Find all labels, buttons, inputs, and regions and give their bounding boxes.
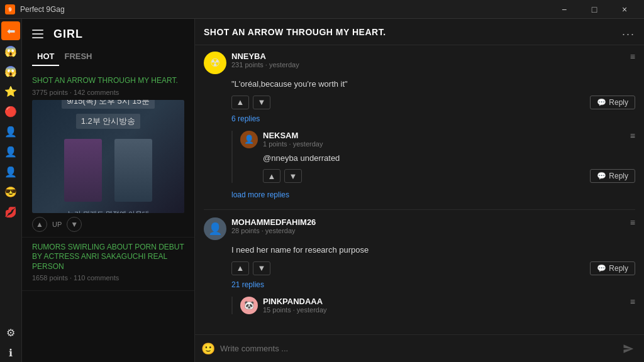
feed-item[interactable]: SHOT AN ARROW THROUGH MY HEART. 3775 poi… [22, 71, 194, 238]
avatar: ☢ [204, 52, 226, 74]
comment2-body: I need her name for research purpose [204, 244, 635, 256]
feed-tabs: HOT FRESH [22, 47, 194, 66]
load-more-replies[interactable]: load more replies [204, 190, 635, 199]
reply-icon: 💬 [597, 172, 606, 180]
sidebar-item-emoji3[interactable]: 😎 [1, 182, 20, 201]
upvote-button[interactable]: ▲ [231, 96, 249, 109]
downvote-button[interactable]: ▼ [253, 96, 270, 109]
more-options-button[interactable]: ... [622, 25, 635, 38]
reply-button[interactable]: 💬 Reply [590, 96, 635, 109]
maximize-button[interactable]: □ [580, 0, 609, 19]
comment-points: 231 points [231, 61, 264, 69]
sidebar-item-circle[interactable]: 🔴 [1, 102, 20, 121]
hamburger-line [32, 30, 43, 31]
comment2-info: MOHAMMEDFAHIM26 28 points · yesterday [231, 217, 625, 234]
feed-item2-meta: 1658 points · 110 comments [32, 274, 184, 282]
feed-item-2[interactable]: RUMORS SWIRLING ABOUT PORN DEBUT BY ACTR… [22, 238, 194, 292]
comment-actions: ▲ ▼ 💬 Reply [204, 96, 635, 109]
vote-up-button[interactable]: ▲ [32, 217, 47, 232]
comment2-downvote-button[interactable]: ▼ [253, 261, 270, 275]
app-icon: 9 [5, 4, 15, 14]
reply2-points: 15 points [263, 306, 291, 314]
reply-label: Reply [609, 98, 628, 107]
reply2-menu-button[interactable]: ≡ [630, 297, 635, 307]
title-bar: 9 Perfect 9Gag − □ × [0, 0, 644, 19]
sidebar-item-face1[interactable]: 👤 [1, 122, 20, 141]
hamburger-line [32, 33, 43, 35]
sub-reply-block: 👤 NEKSAM 1 points · yesterday ≡ [231, 131, 635, 184]
vote-up-label: UP [52, 221, 62, 228]
vote-row: ▲ ▼ [231, 96, 270, 109]
send-icon [623, 343, 634, 354]
hamburger-line [32, 37, 43, 38]
post-title: SHOT AN ARROW THROUGH MY HEART. [204, 27, 386, 37]
comment-input[interactable] [220, 344, 614, 353]
reply-body: @nneyba underrated [240, 152, 635, 165]
feed-item-meta: 3775 points · 142 comments [32, 89, 184, 96]
reply2-item: 🐼 PINKPANDAAA 15 points · yesterday ≡ [240, 297, 635, 314]
send-button[interactable] [619, 339, 638, 358]
feed-item-image: 9/15(목) 오후 5시 15분 1.2부 안시방송 누가 뭐래도 명절엔 아… [32, 100, 184, 213]
icon-sidebar: ⬅ 😱 😱 ⭐ 🔴 👤 👤 👤 😎 💋 ⚙ ℹ [0, 19, 22, 362]
comment2-meta: 28 points · yesterday [231, 227, 625, 234]
sidebar-item-emoji2[interactable]: 😱 [1, 62, 20, 80]
comment2-actions: ▲ ▼ 💬 Reply [204, 261, 635, 275]
reply-upvote-button[interactable]: ▲ [263, 169, 280, 183]
sidebar-item-settings[interactable]: ⚙ [1, 323, 20, 342]
sidebar-item-info[interactable]: ℹ [1, 343, 20, 362]
divider [204, 209, 635, 210]
sidebar-item-lips[interactable]: 💋 [1, 202, 20, 221]
image-overlay: 9/15(목) 오후 5시 15분 1.2부 안시방송 누가 뭐래도 명절엔 아… [32, 100, 184, 213]
image-text-sub: 1.2부 안시방송 [76, 114, 141, 129]
sidebar-item-face3[interactable]: 👤 [1, 162, 20, 181]
comment-info: NNEYBA 231 points · yesterday [231, 52, 625, 69]
reply2-time: yesterday [297, 306, 327, 314]
comment-menu-button[interactable]: ≡ [630, 52, 635, 62]
left-panel-header: GIRL [22, 19, 194, 47]
emoji-button[interactable]: 🙂 [201, 342, 215, 356]
sidebar-item-star[interactable]: ⭐ [1, 82, 20, 101]
comment2-vote-row: ▲ ▼ [231, 261, 270, 275]
comment2-header: 👤 MOHAMMEDFAHIM26 28 points · yesterday … [204, 217, 635, 240]
reply-actions: ▲ ▼ 💬 Reply [240, 169, 635, 183]
avatar: 🐼 [240, 297, 258, 314]
reply-info: NEKSAM 1 points · yesterday [263, 131, 625, 148]
avatar: 👤 [204, 217, 226, 240]
sidebar-item-face2[interactable]: 👤 [1, 142, 20, 161]
reply-downvote-button[interactable]: ▼ [284, 169, 302, 183]
comment2-replies-count[interactable]: 21 replies [204, 280, 635, 289]
tab-hot[interactable]: HOT [32, 49, 59, 66]
left-panel: GIRL HOT FRESH SHOT AN ARROW THROUGH MY … [22, 19, 195, 362]
comment2-upvote-button[interactable]: ▲ [231, 261, 249, 275]
comment2-points: 28 points [231, 227, 260, 234]
minimize-button[interactable]: − [550, 0, 579, 19]
comment-time: yesterday [269, 61, 299, 69]
title-bar-left: 9 Perfect 9Gag [5, 4, 550, 14]
category-title: GIRL [53, 28, 83, 41]
comment2-time: yesterday [265, 227, 296, 234]
reply-vote-row: ▲ ▼ [263, 169, 302, 183]
comment2-reply-label: Reply [609, 264, 628, 273]
avatar: 👤 [240, 131, 258, 148]
replies-count[interactable]: 6 replies [204, 114, 635, 123]
sidebar-item-emoji1[interactable]: 😱 [1, 41, 20, 60]
comment-meta: 231 points · yesterday [231, 61, 625, 69]
reply-menu-button[interactable]: ≡ [630, 131, 635, 141]
reply-icon: 💬 [597, 98, 606, 107]
right-panel-header: SHOT AN ARROW THROUGH MY HEART. ... [195, 19, 644, 45]
close-button[interactable]: × [610, 0, 639, 19]
app-title: Perfect 9Gag [20, 5, 65, 14]
comment2-menu-button[interactable]: ≡ [630, 217, 635, 228]
vote-down-button[interactable]: ▼ [67, 217, 82, 232]
comment2-reply-button[interactable]: 💬 Reply [590, 261, 635, 275]
sidebar-item-back[interactable]: ⬅ [1, 21, 20, 40]
comment-username: NNEYBA [231, 52, 625, 61]
image-text-date: 9/15(목) 오후 5시 15분 [62, 100, 155, 109]
sub-reply2-block: 🐼 PINKPANDAAA 15 points · yesterday ≡ [231, 297, 635, 314]
tab-fresh[interactable]: FRESH [59, 49, 97, 66]
nested-reply-label: Reply [609, 172, 628, 180]
hamburger-button[interactable] [32, 26, 47, 41]
comment-block: ☢ NNEYBA 231 points · yesterday ≡ "L'oré… [204, 52, 635, 199]
nested-reply-button[interactable]: 💬 Reply [590, 169, 635, 183]
reply-icon: 💬 [597, 264, 606, 273]
